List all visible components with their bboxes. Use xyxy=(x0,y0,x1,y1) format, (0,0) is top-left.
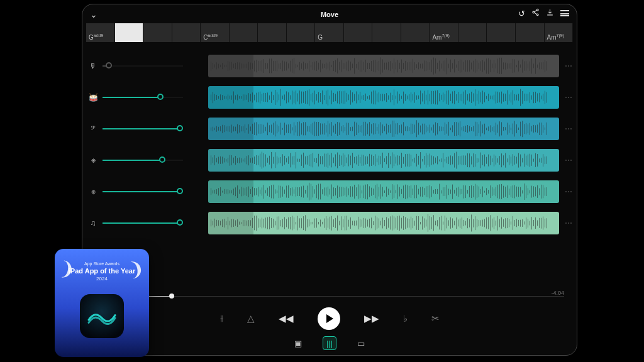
chord-cell[interactable] xyxy=(115,23,144,42)
track-more-icon[interactable]: ⋯ xyxy=(564,62,573,70)
chord-cell[interactable] xyxy=(487,23,516,42)
chord-cell[interactable]: Cadd9 xyxy=(201,23,230,42)
audio-clip[interactable] xyxy=(208,149,559,172)
waveform xyxy=(208,86,559,109)
undo-icon[interactable]: ↺ xyxy=(518,9,525,18)
drums-icon[interactable]: 🥁 xyxy=(86,93,100,102)
volume-slider[interactable] xyxy=(103,154,183,167)
transport-controls: ⫲ △ ◀◀ ▶▶ ♭ ✂ xyxy=(82,307,577,330)
metronome-button[interactable]: ⫲ xyxy=(220,313,223,324)
notes-icon[interactable]: ♫ xyxy=(86,219,100,228)
timeline-playhead[interactable] xyxy=(169,293,174,299)
play-button[interactable] xyxy=(318,307,340,330)
tab-video[interactable]: ▭ xyxy=(354,336,368,350)
chord-label: Cadd9 xyxy=(203,33,218,41)
award-top-line: App Store Awards xyxy=(60,261,144,266)
chord-cell[interactable] xyxy=(458,23,487,42)
cut-button[interactable]: ✂ xyxy=(431,313,440,324)
waveform xyxy=(208,212,559,234)
transpose-button[interactable]: ♭ xyxy=(403,313,408,324)
chord-label: G xyxy=(318,34,323,41)
app-window: ⌄ Move ↺ Gadd9Cadd9GAm7(9)Am7(9) 🎙⋯🥁⋯𝄢⋯⎈… xyxy=(82,4,577,356)
chord-bar: Gadd9Cadd9GAm7(9)Am7(9) xyxy=(86,23,573,42)
chord-cell[interactable] xyxy=(172,23,201,42)
audio-clip[interactable] xyxy=(208,55,559,77)
volume-slider[interactable] xyxy=(103,123,183,135)
track-more-icon[interactable]: ⋯ xyxy=(564,187,573,196)
chord-cell[interactable] xyxy=(344,23,373,42)
chord-cell[interactable] xyxy=(516,23,545,42)
chord-cell[interactable]: G xyxy=(315,23,344,42)
chord-cell[interactable] xyxy=(143,23,172,42)
audio-clip[interactable] xyxy=(208,180,559,203)
bottom-tabs: ▣ ||| ▭ xyxy=(82,336,577,350)
song-title: Move xyxy=(86,11,573,18)
chord-cell[interactable] xyxy=(372,23,401,42)
volume-slider[interactable] xyxy=(103,60,183,72)
chord-cell[interactable] xyxy=(258,23,287,42)
time-remaining: -4:04 xyxy=(551,290,564,296)
tab-mixer[interactable]: ||| xyxy=(323,336,336,350)
chord-cell[interactable] xyxy=(287,23,316,42)
audio-clip[interactable] xyxy=(208,86,559,109)
tempo-button[interactable]: △ xyxy=(247,313,255,324)
track-row: ⎈⋯ xyxy=(86,179,573,204)
top-actions: ↺ xyxy=(518,8,569,18)
audio-clip[interactable] xyxy=(208,212,559,234)
track-more-icon[interactable]: ⋯ xyxy=(564,93,573,102)
chord-cell[interactable] xyxy=(401,23,430,42)
share-icon[interactable] xyxy=(531,8,540,18)
track-more-icon[interactable]: ⋯ xyxy=(564,124,573,133)
volume-slider[interactable] xyxy=(103,185,183,198)
chord-label: Am7(9) xyxy=(432,33,449,41)
waveform xyxy=(208,118,559,140)
track-row: ♫⋯ xyxy=(86,211,573,236)
chord-cell[interactable]: Gadd9 xyxy=(86,23,115,42)
track-row: 𝄢⋯ xyxy=(86,116,573,141)
chord-cell[interactable]: Am7(9) xyxy=(545,23,574,42)
mic-icon[interactable]: 🎙 xyxy=(86,62,100,70)
waveform xyxy=(208,149,559,172)
chord-label: Am7(9) xyxy=(547,33,564,41)
keys2-icon[interactable]: ⎈ xyxy=(86,187,100,196)
volume-slider[interactable] xyxy=(103,91,183,104)
app-icon xyxy=(80,294,124,338)
rewind-button[interactable]: ◀◀ xyxy=(279,313,294,324)
bass-icon[interactable]: 𝄢 xyxy=(86,124,100,133)
award-year: 2024 xyxy=(60,276,144,282)
track-more-icon[interactable]: ⋯ xyxy=(564,156,573,165)
menu-icon[interactable] xyxy=(560,9,569,18)
chord-cell[interactable]: Am7(9) xyxy=(430,23,458,42)
play-icon xyxy=(326,314,333,323)
back-chevron-icon[interactable]: ⌄ xyxy=(86,9,101,19)
waveform xyxy=(208,180,559,203)
keys1-icon[interactable]: ⎈ xyxy=(86,156,100,165)
track-row: 🎙⋯ xyxy=(86,53,573,79)
download-icon[interactable] xyxy=(546,8,554,18)
award-card: ❨ ❩ App Store Awards iPad App of the Yea… xyxy=(55,249,149,357)
track-row: 🥁⋯ xyxy=(86,85,573,110)
waveform xyxy=(208,55,559,77)
tracks-area: 🎙⋯🥁⋯𝄢⋯⎈⋯⎈⋯♫⋯ xyxy=(86,53,573,236)
forward-button[interactable]: ▶▶ xyxy=(364,313,379,324)
track-more-icon[interactable]: ⋯ xyxy=(564,219,573,228)
track-row: ⎈⋯ xyxy=(86,148,573,173)
chord-label: Gadd9 xyxy=(89,33,103,41)
chord-cell[interactable] xyxy=(230,23,258,42)
timeline-track xyxy=(108,296,564,297)
tab-chat[interactable]: ▣ xyxy=(291,336,305,350)
volume-slider[interactable] xyxy=(103,217,183,229)
timeline[interactable]: -4:04 xyxy=(108,293,564,300)
audio-clip[interactable] xyxy=(208,118,559,140)
top-bar: ⌄ Move ↺ xyxy=(86,7,573,22)
